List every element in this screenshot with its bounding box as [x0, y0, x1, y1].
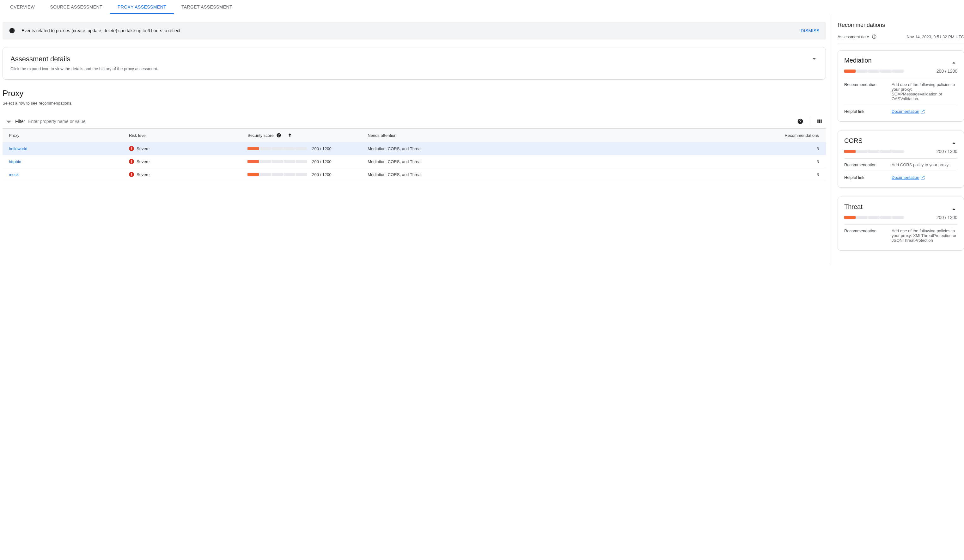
- col-score-label: Security score: [248, 133, 274, 138]
- recommendation-count: 3: [630, 155, 826, 168]
- recommendation-label: Recommendation: [844, 163, 885, 167]
- proxy-link[interactable]: httpbin: [9, 159, 21, 164]
- recommendation-label: Recommendation: [844, 82, 885, 101]
- card-score: 200 / 1200: [936, 149, 957, 154]
- collapse-card-button[interactable]: [950, 140, 957, 147]
- collapse-card-button[interactable]: [950, 59, 957, 66]
- score-text: 200 / 1200: [312, 147, 331, 151]
- proxy-section-title: Proxy: [3, 88, 826, 98]
- recommendation-text: Add CORS policy to your proxy.: [892, 163, 957, 167]
- table-row[interactable]: mock!Severe200 / 1200Mediation, CORS, an…: [3, 168, 826, 181]
- helpful-link-label: Helpful link: [844, 175, 885, 180]
- proxy-link[interactable]: mock: [9, 172, 19, 177]
- toolbar-divider: [810, 117, 810, 126]
- recommendation-count: 3: [630, 168, 826, 181]
- recommendation-card: CORS200 / 1200RecommendationAdd CORS pol…: [838, 130, 964, 188]
- col-score[interactable]: Security score: [244, 129, 365, 142]
- risk-level: Severe: [137, 159, 150, 164]
- helpful-link-label: Helpful link: [844, 109, 885, 114]
- severe-icon: !: [129, 146, 134, 151]
- card-title: Mediation: [844, 57, 872, 64]
- table-row[interactable]: helloworld!Severe200 / 1200Mediation, CO…: [3, 142, 826, 155]
- recommendation-count: 3: [630, 142, 826, 155]
- card-title: Threat: [844, 203, 863, 210]
- recommendation-text: Add one of the following policies to you…: [892, 82, 957, 101]
- expand-details-button[interactable]: [810, 55, 818, 63]
- needs-attention: Mediation, CORS, and Threat: [365, 168, 630, 181]
- recommendation-card: Mediation200 / 1200RecommendationAdd one…: [838, 50, 964, 122]
- col-proxy[interactable]: Proxy: [3, 129, 126, 142]
- assessment-date-row: Assessment date Nov 14, 2023, 9:51:32 PM…: [838, 34, 964, 44]
- recommendation-label: Recommendation: [844, 228, 885, 243]
- tab-bar: OVERVIEW SOURCE ASSESSMENT PROXY ASSESSM…: [0, 0, 964, 14]
- needs-attention: Mediation, CORS, and Threat: [365, 142, 630, 155]
- table-toolbar: Filter: [3, 114, 826, 128]
- recommendations-title: Recommendations: [838, 22, 964, 28]
- assessment-details-subtitle: Click the expand icon to view the detail…: [10, 66, 158, 71]
- help-icon[interactable]: [797, 118, 803, 125]
- card-title: CORS: [844, 137, 863, 145]
- col-recommendations[interactable]: Recommendations: [630, 129, 826, 142]
- score-help-icon[interactable]: [276, 133, 281, 138]
- card-score: 200 / 1200: [936, 68, 957, 74]
- proxy-section-subtitle: Select a row to see recommendations.: [3, 101, 826, 106]
- proxy-table-container: Filter Proxy: [3, 114, 826, 181]
- proxy-table: Proxy Risk level Security score: [3, 128, 826, 181]
- banner-message: Events related to proxies (create, updat…: [21, 28, 801, 33]
- filter-input[interactable]: [28, 116, 797, 126]
- score-text: 200 / 1200: [312, 159, 331, 164]
- severe-icon: !: [129, 159, 134, 164]
- score-bar: [844, 150, 904, 153]
- score-bar: [844, 70, 904, 73]
- risk-level: Severe: [137, 172, 150, 177]
- recommendation-text: Add one of the following policies to you…: [892, 228, 957, 243]
- assessment-details-card: Assessment details Click the expand icon…: [3, 47, 826, 80]
- proxy-link[interactable]: helloworld: [9, 147, 28, 151]
- score-bar: [248, 173, 307, 176]
- score-text: 200 / 1200: [312, 172, 331, 177]
- score-bar: [248, 160, 307, 163]
- col-needs[interactable]: Needs attention: [365, 129, 630, 142]
- needs-attention: Mediation, CORS, and Threat: [365, 155, 630, 168]
- tab-source-assessment[interactable]: SOURCE ASSESSMENT: [42, 0, 110, 14]
- score-bar: [248, 147, 307, 150]
- assessment-date-value: Nov 14, 2023, 9:51:32 PM UTC: [907, 34, 964, 39]
- tab-overview[interactable]: OVERVIEW: [3, 0, 42, 14]
- info-icon: [9, 28, 15, 34]
- card-score: 200 / 1200: [936, 215, 957, 220]
- assessment-details-title: Assessment details: [10, 55, 158, 63]
- documentation-link[interactable]: Documentation: [892, 109, 925, 114]
- tab-target-assessment[interactable]: TARGET ASSESSMENT: [174, 0, 240, 14]
- tab-proxy-assessment[interactable]: PROXY ASSESSMENT: [110, 0, 174, 14]
- filter-label: Filter: [15, 119, 25, 124]
- info-banner: Events related to proxies (create, updat…: [3, 22, 826, 39]
- collapse-card-button[interactable]: [950, 206, 957, 213]
- risk-level: Severe: [137, 147, 150, 151]
- severe-icon: !: [129, 172, 134, 177]
- main-content: Events related to proxies (create, updat…: [0, 14, 831, 265]
- documentation-link[interactable]: Documentation: [892, 175, 925, 180]
- dismiss-button[interactable]: DISMISS: [801, 28, 819, 33]
- info-outline-icon[interactable]: [872, 34, 877, 39]
- recommendations-panel: Recommendations Assessment date Nov 14, …: [831, 14, 964, 265]
- columns-icon[interactable]: [816, 118, 823, 125]
- score-bar: [844, 216, 904, 219]
- table-row[interactable]: httpbin!Severe200 / 1200Mediation, CORS,…: [3, 155, 826, 168]
- sort-asc-icon[interactable]: [287, 132, 293, 138]
- assessment-date-label: Assessment date: [838, 34, 869, 39]
- recommendation-card: Threat200 / 1200RecommendationAdd one of…: [838, 197, 964, 251]
- col-risk[interactable]: Risk level: [126, 129, 244, 142]
- filter-icon: [6, 118, 12, 125]
